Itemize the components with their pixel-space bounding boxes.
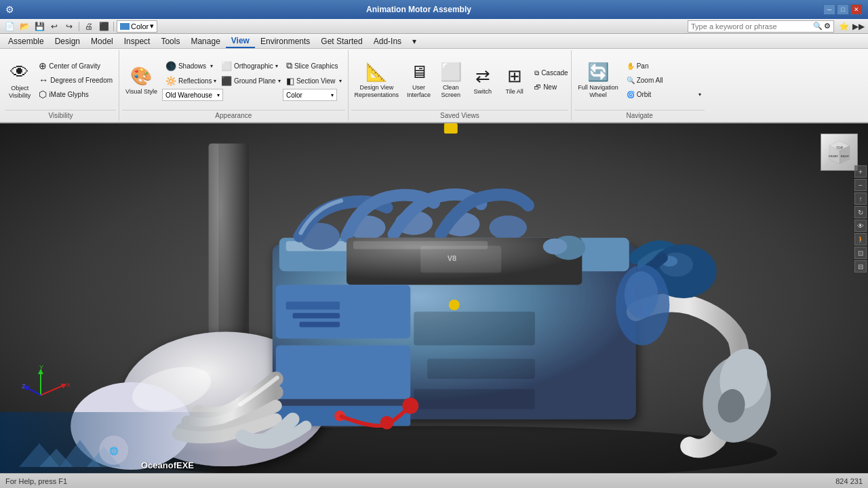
menu-environments[interactable]: Environments — [255, 35, 315, 48]
ground-plane-button[interactable]: ⬛ Ground Plane ▾ — [218, 74, 279, 87]
user-interface-button[interactable]: 🖥 UserInterface — [403, 60, 434, 100]
color-style-label: Color — [286, 92, 302, 99]
object-visibility-button[interactable]: 👁 ObjectVisibility — [5, 60, 34, 100]
color-row: Color ▾ — [283, 89, 345, 101]
menu-more[interactable]: ▾ — [407, 35, 422, 48]
qa-print-btn[interactable]: 🖨 — [82, 20, 96, 33]
object-visibility-icon: 👁 — [10, 61, 29, 83]
view-options-btn[interactable]: ⊟ — [854, 260, 867, 272]
svg-text:🌐: 🌐 — [109, 446, 119, 455]
degrees-freedom-button[interactable]: ↔ Degrees of Freedom — [35, 73, 116, 87]
orbit-right-btn[interactable]: ↻ — [854, 206, 867, 218]
zoom-out-btn[interactable]: − — [854, 179, 867, 191]
zoom-in-btn[interactable]: + — [854, 165, 867, 178]
maximize-button[interactable]: □ — [837, 4, 849, 15]
qa-part-btn[interactable]: ⬛ — [97, 20, 111, 33]
qa-redo-btn[interactable]: ↪ — [62, 20, 76, 33]
design-view-button[interactable]: 📐 Design ViewRepresentations — [351, 60, 403, 100]
saved-views-group-label: Saved Views — [351, 110, 569, 119]
viewport[interactable]: V8 TO — [0, 123, 868, 473]
color-dropdown[interactable]: Color ▾ — [117, 20, 157, 33]
visibility-group-content: 👁 ObjectVisibility ⊕ Center of Gravity ↔… — [5, 52, 116, 108]
help-text: For Help, press F1 — [5, 477, 67, 485]
menu-add-ins[interactable]: Add-Ins — [368, 35, 407, 48]
cascade-icon: ⧉ — [534, 69, 539, 77]
reflections-icon: 🔆 — [165, 76, 176, 86]
degrees-freedom-icon: ↔ — [39, 75, 48, 85]
cascade-label: Cascade — [541, 69, 568, 77]
svg-rect-21 — [276, 345, 410, 399]
slice-graphics-button[interactable]: ⧉ Slice Graphics — [283, 59, 345, 73]
menu-manage[interactable]: Manage — [185, 35, 225, 48]
qa-save-btn[interactable]: 💾 — [33, 20, 46, 33]
tile-all-label: Tile All — [506, 88, 524, 95]
new-window-button[interactable]: 🗗 New — [531, 81, 568, 94]
menu-model[interactable]: Model — [85, 35, 119, 48]
shadows-button[interactable]: 🌑 Shadows ▾ — [162, 59, 216, 73]
nav-sidebar: + − ↑ ↻ 👁 🚶 ⊡ ⊟ — [853, 164, 868, 274]
zoom-all-button[interactable]: 🔍 Zoom All — [623, 73, 705, 87]
nav-cube[interactable]: TOP RIGHT FRONT — [821, 134, 858, 171]
degrees-freedom-label: Degrees of Freedom — [50, 77, 113, 84]
menu-tools[interactable]: Tools — [155, 35, 185, 48]
full-nav-wheel-button[interactable]: 🔄 Full NavigationWheel — [574, 60, 622, 100]
search-tools-icon[interactable]: ⚙ — [824, 22, 831, 30]
qa-star-btn[interactable]: ⭐ — [837, 20, 850, 33]
design-view-label: Design ViewRepresentations — [355, 84, 399, 99]
color-label: Color — [131, 22, 149, 30]
ribbon-content: 👁 ObjectVisibility ⊕ Center of Gravity ↔… — [0, 49, 868, 122]
cascade-button[interactable]: ⧉ Cascade — [531, 66, 568, 80]
svg-marker-42 — [829, 141, 850, 150]
pan-button[interactable]: ✋ Pan — [623, 59, 705, 73]
section-view-button[interactable]: ◧ Section View ▾ — [283, 74, 345, 87]
user-interface-icon: 🖥 — [410, 62, 428, 83]
qa-open-btn[interactable]: 📂 — [18, 20, 31, 33]
menu-design[interactable]: Design — [50, 35, 85, 48]
appearance-row3: Old Warehouse ▾ — [162, 89, 279, 101]
search-icon[interactable]: 🔍 — [813, 22, 823, 30]
menu-assemble[interactable]: Assemble — [3, 35, 50, 48]
search-box[interactable]: 🔍 ⚙ — [688, 20, 834, 33]
qa-undo-btn[interactable]: ↩ — [47, 20, 61, 33]
color-style-dropdown[interactable]: Color ▾ — [283, 89, 337, 101]
menu-view[interactable]: View — [226, 35, 255, 48]
switch-button[interactable]: ⇄ Switch — [467, 60, 498, 100]
search-input[interactable] — [691, 22, 813, 30]
full-view-btn[interactable]: ⊡ — [854, 247, 867, 259]
center-gravity-button[interactable]: ⊕ Center of Gravity — [35, 59, 116, 73]
saved-views-content: 📐 Design ViewRepresentations 🖥 UserInter… — [351, 52, 569, 108]
reflections-button[interactable]: 🔆 Reflections ▾ — [162, 74, 216, 87]
zoom-all-label: Zoom All — [637, 77, 663, 84]
pan-icon: ✋ — [627, 62, 635, 70]
menu-inspect[interactable]: Inspect — [119, 35, 156, 48]
orthographic-icon: ⬜ — [221, 61, 232, 71]
walk-btn[interactable]: 🚶 — [854, 233, 867, 245]
look-btn[interactable]: 👁 — [854, 220, 867, 232]
slice-graphics-label: Slice Graphics — [294, 62, 338, 70]
orthographic-button[interactable]: ⬜ Orthographic ▾ — [218, 59, 279, 73]
tile-all-button[interactable]: ⊞ Tile All — [499, 60, 530, 100]
color-swatch — [120, 23, 130, 30]
orbit-button[interactable]: 🌀 Orbit ▾ — [623, 87, 705, 101]
object-visibility-label: ObjectVisibility — [9, 85, 31, 100]
quick-access-toolbar: 📄 📂 💾 ↩ ↪ 🖨 ⬛ Color ▾ 🔍 ⚙ ⭐ ▶▶ — [0, 19, 868, 34]
pan-label: Pan — [637, 62, 649, 70]
qa-new-btn[interactable]: 📄 — [3, 20, 16, 33]
orbit-arrow: ▾ — [698, 92, 701, 98]
menu-get-started[interactable]: Get Started — [315, 35, 368, 48]
visual-style-button[interactable]: 🎨 Visual Style — [122, 60, 161, 100]
pan-up-btn[interactable]: ↑ — [854, 192, 867, 205]
center-gravity-icon: ⊕ — [39, 60, 47, 71]
watermark-text: OceanofEXE — [141, 460, 194, 470]
shadows-icon: 🌑 — [165, 61, 176, 71]
minimize-button[interactable]: ─ — [823, 4, 835, 15]
style-dropdown[interactable]: Old Warehouse ▾ — [162, 89, 223, 101]
clean-screen-button[interactable]: ⬜ CleanScreen — [435, 60, 466, 100]
qa-nav-btn[interactable]: ▶▶ — [852, 20, 865, 33]
imate-glyphs-button[interactable]: ⬡ iMate Glyphs — [35, 87, 116, 101]
svg-rect-20 — [276, 285, 410, 338]
svg-text:V8: V8 — [448, 254, 456, 262]
svg-marker-43 — [840, 146, 850, 164]
close-button[interactable]: ✕ — [850, 4, 863, 15]
svg-point-38 — [543, 239, 568, 255]
